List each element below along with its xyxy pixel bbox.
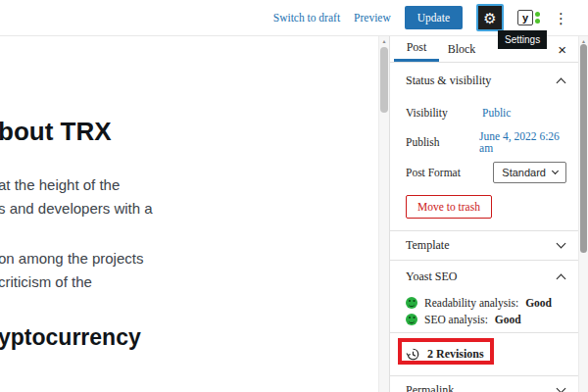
yoast-toolbar-button[interactable]: y <box>517 10 540 25</box>
close-icon: × <box>558 41 566 58</box>
readability-score: Good <box>525 297 552 309</box>
paragraph-fragment[interactable]: on among the projects criticism of the <box>0 247 143 294</box>
switch-to-draft-link[interactable]: Switch to draft <box>273 12 340 24</box>
visibility-row: Visibility Public <box>390 98 588 127</box>
post-format-row: Post Format Standard <box>390 157 588 188</box>
paragraph-line: s and developers with a <box>0 197 153 220</box>
sidebar-scrollbar-thumb[interactable] <box>580 44 587 253</box>
preview-link[interactable]: Preview <box>354 12 391 24</box>
panel-title: Status & visibility <box>406 74 491 88</box>
more-options-button[interactable]: ⋮ <box>554 11 568 25</box>
tab-block[interactable]: Block <box>439 36 484 62</box>
panel-status-visibility[interactable]: Status & visibility <box>390 63 588 98</box>
seo-smiley-icon <box>406 314 417 325</box>
readability-label: Readability analysis: <box>424 297 518 309</box>
sidebar-tabs: Post Block × <box>390 36 588 63</box>
panel-yoast-seo[interactable]: Yoast SEO <box>390 260 588 293</box>
chevron-down-icon <box>557 384 566 392</box>
settings-gear-button[interactable]: ⚙ <box>476 4 504 31</box>
post-format-select[interactable]: Standard <box>493 162 566 183</box>
yoast-status-dots <box>535 12 540 24</box>
tab-post[interactable]: Post <box>394 36 439 62</box>
visibility-value-link[interactable]: Public <box>482 107 511 119</box>
readability-analysis-row[interactable]: Readability analysis: Good <box>390 293 588 313</box>
gear-icon: ⚙ <box>483 11 496 25</box>
publish-date-link[interactable]: June 4, 2022 6:26 am <box>479 130 572 154</box>
paragraph-line: on among the projects <box>0 247 143 270</box>
revisions-row[interactable]: 2 Revisions <box>390 332 588 375</box>
chevron-down-icon <box>557 239 566 249</box>
revisions-clock-icon <box>406 347 420 362</box>
publish-row: Publish June 4, 2022 6:26 am <box>390 127 588 157</box>
chevron-up-icon <box>557 274 566 284</box>
paragraph-fragment[interactable]: at the height of the s and developers wi… <box>0 173 153 220</box>
sidebar-scrollbar[interactable]: ▲ <box>578 36 588 392</box>
readability-smiley-icon <box>406 297 417 309</box>
settings-sidebar: Post Block × Status & visibility Visibil… <box>389 36 588 392</box>
post-heading-fragment[interactable]: bout TRX <box>0 117 112 147</box>
scroll-up-arrow-icon[interactable]: ▲ <box>379 36 389 47</box>
update-button[interactable]: Update <box>405 6 463 29</box>
paragraph-line: at the height of the <box>0 173 153 197</box>
chevron-up-icon <box>557 77 566 87</box>
panel-title: Template <box>406 238 449 253</box>
revisions-label: 2 Revisions <box>427 347 484 362</box>
seo-label: SEO analysis: <box>424 314 488 325</box>
editor-canvas[interactable]: bout TRX at the height of the s and deve… <box>0 36 378 392</box>
publish-label: Publish <box>406 136 479 148</box>
panel-template[interactable]: Template <box>390 230 588 260</box>
seo-analysis-row[interactable]: SEO analysis: Good <box>390 313 588 332</box>
wordpress-editor-screen: Switch to draft Preview Update ⚙ y ⋮ Set… <box>0 0 588 392</box>
editor-scrollbar[interactable]: ▲ <box>378 36 389 392</box>
panel-title: Permalink <box>406 383 454 392</box>
seo-score: Good <box>495 314 521 325</box>
chevron-down-icon <box>552 167 559 173</box>
post-subheading-fragment[interactable]: yptocurrency <box>0 324 141 351</box>
post-format-label: Post Format <box>406 167 482 178</box>
post-format-value: Standard <box>502 167 546 178</box>
kebab-menu-icon: ⋮ <box>554 10 568 26</box>
settings-tooltip: Settings <box>498 30 547 49</box>
close-sidebar-button[interactable]: × <box>558 42 566 57</box>
panel-permalink[interactable]: Permalink <box>390 375 588 392</box>
editor-scrollbar-thumb[interactable] <box>380 47 388 113</box>
yoast-dot-icon <box>535 19 540 24</box>
paragraph-line: criticism of the <box>0 270 143 294</box>
yoast-icon: y <box>517 10 533 25</box>
yoast-dot-icon <box>535 12 540 17</box>
panel-title: Yoast SEO <box>406 270 457 284</box>
visibility-label: Visibility <box>406 107 482 119</box>
move-to-trash-button[interactable]: Move to trash <box>406 195 492 219</box>
